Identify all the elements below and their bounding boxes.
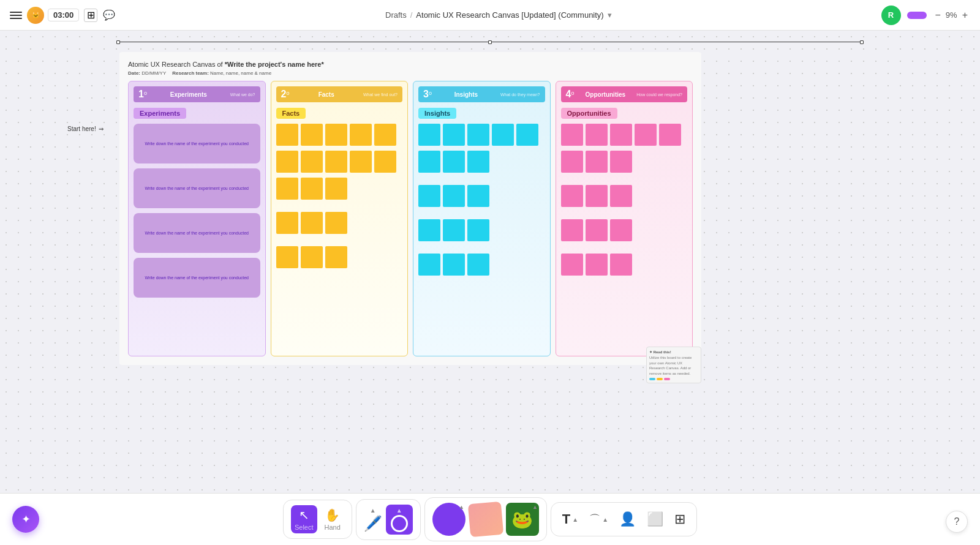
sticky-note[interactable] [586,151,608,173]
share-button[interactable] [907,12,927,19]
sticky-note[interactable] [635,124,657,146]
sticky-note[interactable] [516,124,538,146]
drafts-link[interactable]: Drafts [385,10,407,20]
sticky-note[interactable] [443,185,465,207]
sticky-note[interactable] [443,151,465,173]
sticky-note[interactable] [467,254,489,276]
start-here-label: Start here! ⇒ [67,126,104,132]
selection-line [116,42,864,42]
document-title[interactable]: Atomic UX Research Canvas [Updated] (Com… [416,10,603,20]
frame-icon: ⬜ [647,511,663,527]
sticky-note[interactable] [610,254,632,276]
exp-card-2[interactable]: Write down the name of the experiment yo… [134,168,260,208]
sticky-note[interactable] [443,124,465,146]
sticky-note[interactable] [492,124,514,146]
tool-group-cursor: ↖ Select ✋ Hand [283,500,352,539]
path-tool-button[interactable]: ⌒ ▲ [586,508,612,530]
sticky-note[interactable] [418,254,440,276]
sticky-note[interactable] [561,219,583,241]
sticky-note[interactable] [610,151,632,173]
pen-tool-button[interactable]: ▲ 🖊️ [364,507,382,532]
sticky-note[interactable] [325,151,347,173]
exp-card-4[interactable]: Write down the name of the experiment yo… [134,258,260,298]
sticky-note[interactable] [418,151,440,173]
exp-card-1[interactable]: Write down the name of the experiment yo… [134,124,260,164]
main-board: Atomic UX Research Canvas of *Write the … [119,52,701,365]
cursor-tool-button[interactable]: ↖ Select [291,505,317,533]
col-label-opportunities: Opportunities [561,108,617,119]
menu-icon[interactable] [10,9,22,21]
sticky-note[interactable] [610,219,632,241]
sticky-note[interactable] [276,124,298,146]
sticky-note[interactable] [325,246,347,268]
sticky-note[interactable] [301,151,323,173]
person-tool-button[interactable]: 👤 [616,508,639,531]
sticky-note[interactable] [276,151,298,173]
view-toggle-icon[interactable]: ⊞ [84,9,97,22]
sticky-note[interactable] [374,151,396,173]
pen-icon: 🖊️ [364,515,382,532]
frame-tool-button[interactable]: ⬜ [643,508,667,531]
canvas[interactable]: Atomic UX Research Canvas of *Write the … [0,31,980,496]
date-label: Date: DD/MM/YY [128,70,166,76]
sticky-note[interactable] [301,246,323,268]
sticky-note[interactable] [276,178,298,200]
chat-icon[interactable]: 💬 [102,9,116,22]
sticky-note[interactable] [586,219,608,241]
sticky-note[interactable] [276,246,298,268]
sticky-note[interactable] [374,124,396,146]
col-label-facts: Facts [276,108,306,119]
sticky-note[interactable] [325,178,347,200]
sticky-note[interactable] [350,124,372,146]
sticky-note[interactable] [561,151,583,173]
sticky-note[interactable] [418,124,440,146]
sticky-note[interactable] [443,254,465,276]
circle-tool-button[interactable]: ▲ [386,505,413,535]
sticky-note[interactable] [659,124,681,146]
fab-button[interactable]: ✦ [12,506,39,533]
sticky-note[interactable] [610,185,632,207]
sticky-note[interactable] [561,254,583,276]
text-tool-button[interactable]: T ▲ [559,508,582,531]
sticky-note[interactable] [586,185,608,207]
sticky-note[interactable] [467,151,489,173]
sticky-note[interactable] [586,124,608,146]
exp-card-3[interactable]: Write down the name of the experiment yo… [134,213,260,253]
path-expand-arrow: ▲ [602,516,608,523]
sticky-note[interactable] [561,124,583,146]
col-header-experiments: 1o Experiments What we do? [134,86,260,102]
sticky-note[interactable] [350,151,372,173]
sticky-note[interactable] [467,185,489,207]
sticky-note[interactable] [325,212,347,234]
purple-shape-tool[interactable]: ▲ [432,503,466,536]
col-header-opportunities: 4o Opportunities How could we respond? [561,86,688,102]
title-chevron[interactable]: ▾ [608,10,612,20]
zoom-out-button[interactable]: − [933,10,943,21]
timer-badge[interactable]: 03:00 [48,9,79,21]
tool-group-shapes: ▲ ▲ ▲ 🐸 [424,497,547,541]
hand-tool-button[interactable]: ✋ Hand [321,505,344,533]
col-num-4: 4o [566,89,575,100]
sticky-note[interactable] [301,124,323,146]
start-here-arrow: ⇒ [99,126,104,132]
sticky-note[interactable] [467,124,489,146]
user-avatar: R [881,6,901,25]
sel-handle-mid [488,40,492,44]
sticky-note[interactable] [301,212,323,234]
sticky-note[interactable] [443,219,465,241]
sticky-note[interactable] [586,254,608,276]
help-button[interactable]: ? [946,511,968,533]
sticky-note[interactable] [325,124,347,146]
zoom-in-button[interactable]: + [960,10,970,21]
sticky-note[interactable] [561,185,583,207]
table-tool-button[interactable]: ⊞ [671,508,689,531]
sticky-note[interactable] [610,124,632,146]
sticky-note[interactable] [418,219,440,241]
sticky-note[interactable] [301,178,323,200]
sel-handle-left [116,40,120,44]
frog-tool[interactable]: ▲ 🐸 [506,503,539,536]
sticky-note[interactable] [467,219,489,241]
sticky-note[interactable] [276,212,298,234]
pink-shape-tool[interactable]: ▲ [469,503,502,536]
sticky-note[interactable] [418,185,440,207]
